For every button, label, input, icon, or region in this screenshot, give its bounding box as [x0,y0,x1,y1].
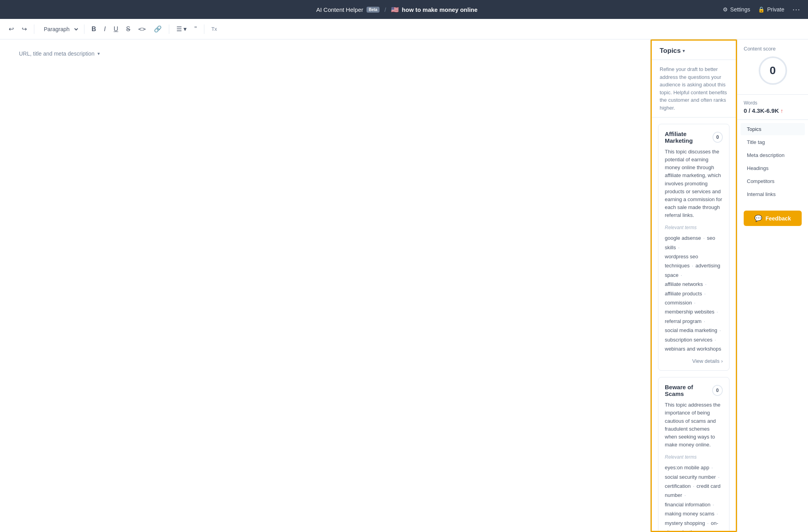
topic-desc-scams: This topic addresses the importance of b… [665,401,723,449]
align-button[interactable]: ☰ ▾ [174,24,189,34]
topics-panel-title[interactable]: Topics [660,47,681,55]
score-nav-list: Topics Title tag Meta description Headin… [737,120,808,204]
quote-button[interactable]: " [192,24,199,34]
underline-button[interactable]: U [111,24,121,34]
relevant-terms-label-affiliate: Relevant terms [665,225,723,230]
topic-card-header-scams: Beware of Scams 0 [665,384,723,397]
paragraph-style-select[interactable]: Paragraph Heading 1 Heading 2 Heading 3 [39,24,79,34]
editor-toolbar: ↩ ↪ Paragraph Heading 1 Heading 2 Headin… [0,19,808,39]
chevron-right-icon: › [721,358,723,364]
right-panel: Topics ▾ Refine your draft to better add… [650,39,808,532]
code-button[interactable]: <> [136,24,148,34]
app-name: AI Content Helper [316,6,363,13]
relevant-terms-label-scams: Relevant terms [665,454,723,460]
toolbar-divider-2 [84,24,84,34]
score-circle: 0 [759,56,787,85]
topic-card-title-affiliate: Affiliate Marketing [665,131,713,144]
content-score-section: Content score 0 [737,39,808,95]
words-section: Words 0 / 4.3K-6.9K ↑ [737,95,808,120]
content-score-label: Content score [744,46,802,52]
topic-desc-affiliate: This topic discusses the potential of ea… [665,148,723,219]
editor-area[interactable]: URL, title and meta description ▾ [0,39,650,532]
top-navigation: AI Content Helper Beta / 🇺🇸 how to make … [0,0,808,19]
topic-card-beware-of-scams: Beware of Scams 0 This topic addresses t… [658,377,729,532]
url-meta-bar[interactable]: URL, title and meta description ▾ [19,49,631,58]
url-meta-label: URL, title and meta description [19,50,94,57]
private-button[interactable]: 🔒 Private [758,6,784,13]
settings-button[interactable]: ⚙ Settings [723,6,750,13]
strikethrough-button[interactable]: S [124,24,133,34]
clear-format-button[interactable]: Tx [209,24,219,34]
toolbar-divider-4 [204,24,204,34]
relevant-terms-affiliate: google adsense · seo skills · wordpress … [665,233,723,353]
feedback-button[interactable]: 💬 Feedback [744,211,802,226]
feedback-label: Feedback [765,215,791,222]
sidebar-item-topics[interactable]: Topics [741,123,805,135]
topics-header: Topics ▾ [652,41,736,60]
toolbar-divider-1 [34,24,34,34]
flag-icon: 🇺🇸 [391,6,399,13]
topic-score-scams: 0 [712,385,723,396]
link-button[interactable]: 🔗 [152,24,164,34]
nav-center: AI Content Helper Beta / 🇺🇸 how to make … [316,6,478,13]
chevron-down-icon: ▾ [97,51,100,56]
sidebar-item-headings[interactable]: Headings [741,162,805,174]
sidebar-item-meta-description[interactable]: Meta description [741,149,805,161]
words-label: Words [744,100,802,106]
beta-badge: Beta [367,7,380,13]
relevant-terms-scams: eyes:on mobile app · social security num… [665,463,723,532]
words-value: 0 / 4.3K-6.9K ↑ [744,107,802,114]
topic-score-affiliate: 0 [713,132,723,143]
redo-button[interactable]: ↪ [19,24,29,34]
topic-card-affiliate-marketing: Affiliate Marketing 0 This topic discuss… [658,124,729,371]
view-details-affiliate[interactable]: View details › [665,358,723,364]
undo-button[interactable]: ↩ [6,24,16,34]
words-count: 0 / 4.3K-6.9K [744,107,779,114]
topics-panel: Topics ▾ Refine your draft to better add… [651,39,737,532]
sidebar-item-internal-links[interactable]: Internal links [741,188,805,200]
doc-title[interactable]: how to make money online [402,6,478,13]
more-options-icon[interactable]: ⋯ [792,5,800,14]
lock-icon: 🔒 [758,6,765,13]
score-sidebar: Content score 0 Words 0 / 4.3K-6.9K ↑ To… [737,39,808,532]
redo-icon: ↪ [22,25,27,33]
feedback-icon: 💬 [754,215,762,222]
topic-card-title-scams: Beware of Scams [665,384,712,397]
toolbar-divider-3 [169,24,169,34]
gear-icon: ⚙ [723,6,728,13]
nav-separator: / [384,6,386,13]
nav-right: ⚙ Settings 🔒 Private ⋯ [723,5,800,14]
arrow-up-icon: ↑ [780,108,783,114]
topic-card-header-affiliate: Affiliate Marketing 0 [665,131,723,144]
topics-dropdown-icon[interactable]: ▾ [683,48,685,54]
italic-button[interactable]: I [102,24,108,34]
sidebar-item-competitors[interactable]: Competitors [741,175,805,187]
sidebar-item-title-tag[interactable]: Title tag [741,136,805,148]
score-number: 0 [770,64,776,77]
undo-icon: ↩ [9,25,14,33]
main-layout: URL, title and meta description ▾ Topics… [0,39,808,532]
topics-description: Refine your draft to better address the … [652,60,736,118]
bold-button[interactable]: B [89,24,99,34]
